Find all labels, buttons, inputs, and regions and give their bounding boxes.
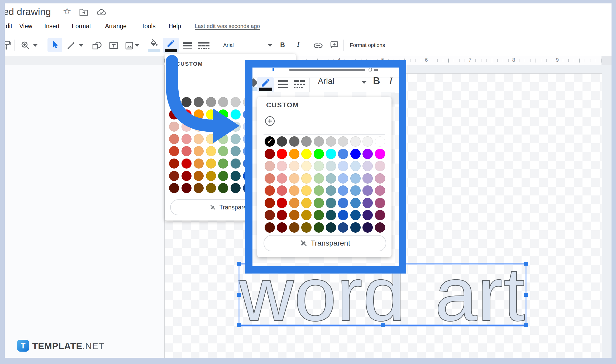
color-swatch[interactable] — [218, 171, 228, 181]
color-swatch[interactable] — [206, 171, 216, 181]
color-swatch[interactable] — [265, 198, 275, 208]
insert-link-icon[interactable] — [313, 42, 323, 49]
color-swatch[interactable] — [301, 161, 312, 171]
color-swatch[interactable] — [265, 149, 275, 159]
color-swatch[interactable] — [194, 159, 204, 169]
color-swatch[interactable] — [218, 159, 228, 169]
inset-bold-button[interactable]: B — [373, 75, 380, 87]
add-custom-color-button[interactable] — [265, 116, 275, 126]
color-swatch[interactable] — [314, 136, 324, 147]
color-swatch[interactable] — [289, 161, 299, 171]
color-swatch[interactable] — [182, 171, 192, 181]
color-swatch[interactable] — [362, 185, 373, 196]
inset-transparent-button[interactable]: Transparent — [264, 235, 386, 251]
color-swatch[interactable] — [326, 185, 336, 196]
color-swatch[interactable] — [169, 146, 179, 156]
color-swatch[interactable] — [301, 222, 312, 233]
color-swatch[interactable] — [277, 198, 287, 208]
inset-italic-button[interactable]: I — [389, 75, 393, 87]
selection-handle-w[interactable] — [237, 293, 241, 297]
color-swatch[interactable] — [289, 185, 299, 196]
selection-handle-ne[interactable] — [524, 262, 528, 266]
color-swatch[interactable] — [301, 198, 312, 208]
color-swatch[interactable] — [289, 149, 299, 159]
color-swatch[interactable] — [375, 198, 385, 208]
color-swatch[interactable] — [301, 173, 312, 184]
color-swatch[interactable] — [326, 210, 336, 220]
inset-font-family-selector[interactable]: Arial — [318, 76, 334, 86]
format-options-button[interactable]: Format options — [350, 42, 385, 48]
color-swatch[interactable] — [350, 222, 361, 233]
color-swatch[interactable] — [375, 161, 385, 171]
color-swatch[interactable] — [289, 210, 299, 220]
inset-font-dropdown-icon[interactable] — [362, 81, 366, 84]
selection-handle-nw[interactable] — [237, 262, 241, 266]
color-swatch[interactable] — [350, 173, 361, 184]
color-swatch[interactable] — [338, 210, 348, 220]
color-swatch[interactable] — [338, 185, 348, 196]
color-swatch[interactable] — [314, 161, 324, 171]
color-swatch[interactable] — [350, 185, 361, 196]
color-swatch[interactable] — [375, 222, 385, 233]
image-tool-icon[interactable] — [125, 41, 134, 50]
color-swatch[interactable] — [326, 149, 336, 159]
color-swatch[interactable] — [182, 183, 192, 193]
zoom-icon[interactable] — [21, 41, 30, 50]
color-swatch[interactable] — [265, 185, 275, 196]
color-swatch[interactable] — [375, 136, 385, 147]
color-swatch[interactable] — [350, 149, 361, 159]
color-swatch[interactable] — [326, 222, 336, 233]
color-swatch[interactable] — [277, 222, 287, 233]
color-swatch[interactable] — [326, 173, 336, 184]
color-swatch[interactable] — [338, 222, 348, 233]
color-swatch[interactable] — [362, 173, 373, 184]
italic-button[interactable]: I — [297, 41, 299, 49]
image-dropdown-icon[interactable] — [135, 44, 139, 47]
color-swatch[interactable] — [326, 161, 336, 171]
color-swatch[interactable] — [169, 171, 179, 181]
color-swatch[interactable] — [218, 183, 228, 193]
move-folder-icon[interactable] — [79, 8, 88, 16]
color-swatch[interactable] — [362, 136, 373, 147]
select-tool-button[interactable] — [47, 38, 62, 52]
selection-handle-sw[interactable] — [237, 323, 241, 327]
menu-insert[interactable]: Insert — [44, 23, 60, 30]
color-swatch[interactable] — [314, 149, 324, 159]
color-swatch[interactable] — [338, 173, 348, 184]
color-swatch[interactable] — [375, 185, 385, 196]
color-swatch[interactable] — [362, 149, 373, 159]
color-swatch[interactable] — [289, 198, 299, 208]
menu-arrange[interactable]: Arrange — [105, 23, 127, 30]
color-swatch[interactable] — [206, 159, 216, 169]
color-swatch[interactable] — [277, 149, 287, 159]
selection-handle-se[interactable] — [524, 323, 528, 327]
color-swatch[interactable]: ✓ — [265, 136, 275, 147]
line-tool-icon[interactable] — [66, 41, 75, 50]
color-swatch[interactable] — [289, 222, 299, 233]
color-swatch[interactable] — [350, 161, 361, 171]
color-swatch[interactable] — [375, 149, 385, 159]
add-comment-icon[interactable] — [330, 41, 339, 50]
color-swatch[interactable] — [375, 210, 385, 220]
color-swatch[interactable] — [277, 173, 287, 184]
color-swatch[interactable] — [350, 136, 361, 147]
selection-handle-s[interactable] — [381, 323, 385, 327]
color-swatch[interactable] — [301, 149, 312, 159]
color-swatch[interactable] — [265, 210, 275, 220]
menu-tools[interactable]: Tools — [141, 23, 156, 30]
last-edit-status[interactable]: Last edit was seconds ago — [195, 23, 260, 29]
menu-format[interactable]: Format — [72, 23, 91, 30]
color-swatch[interactable] — [362, 210, 373, 220]
zoom-dropdown-icon[interactable] — [33, 44, 37, 47]
color-swatch[interactable] — [277, 161, 287, 171]
color-swatch[interactable] — [350, 210, 361, 220]
color-swatch[interactable] — [231, 171, 241, 181]
color-swatch[interactable] — [338, 136, 348, 147]
color-swatch[interactable] — [314, 210, 324, 220]
color-swatch[interactable] — [194, 183, 204, 193]
text-box-tool-icon[interactable] — [109, 41, 119, 50]
color-swatch[interactable] — [338, 161, 348, 171]
color-swatch[interactable] — [182, 159, 192, 169]
color-swatch[interactable] — [326, 136, 336, 147]
color-swatch[interactable] — [350, 198, 361, 208]
